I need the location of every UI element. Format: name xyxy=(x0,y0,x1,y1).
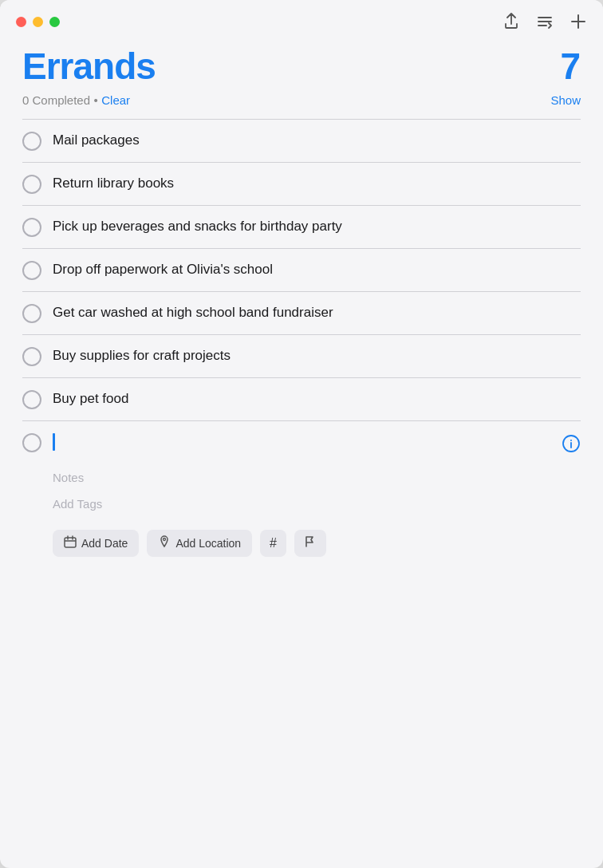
svg-rect-8 xyxy=(65,538,76,547)
app-window: Errands 7 0 Completed • Clear Show Mail … xyxy=(0,0,603,868)
task-checkbox-6[interactable] xyxy=(22,347,41,366)
info-icon[interactable] xyxy=(562,434,581,458)
page-title: Errands xyxy=(22,46,156,87)
task-label-6: Buy supplies for craft projects xyxy=(53,346,581,365)
task-item: Buy pet food xyxy=(22,378,581,421)
task-item: Drop off paperwork at Olivia's school xyxy=(22,249,581,292)
hashtag-label: # xyxy=(270,536,277,550)
task-item: Return library books xyxy=(22,163,581,206)
completed-count: 0 Completed xyxy=(22,93,90,107)
task-item: Mail packages xyxy=(22,120,581,163)
share-icon[interactable] xyxy=(503,13,520,30)
task-item: Get car washed at high school band fundr… xyxy=(22,292,581,335)
list-reorder-icon[interactable] xyxy=(536,13,554,30)
show-button[interactable]: Show xyxy=(550,93,581,107)
new-task-input-area xyxy=(53,432,550,452)
maximize-button[interactable] xyxy=(49,17,60,27)
completed-row: 0 Completed • Clear Show xyxy=(22,93,581,108)
new-task-row xyxy=(22,432,581,458)
action-buttons: Add Date Add Location # xyxy=(53,530,326,557)
task-checkbox-4[interactable] xyxy=(22,261,41,280)
bullet-separator: • xyxy=(94,93,98,107)
new-task-item: Notes Add Tags Add Date xyxy=(22,421,581,568)
traffic-lights xyxy=(16,17,60,27)
close-button[interactable] xyxy=(16,17,26,27)
add-date-label: Add Date xyxy=(81,537,128,550)
task-label-2: Return library books xyxy=(53,174,581,193)
task-checkbox-3[interactable] xyxy=(22,218,41,237)
task-checkbox-5[interactable] xyxy=(22,304,41,323)
task-list: Mail packages Return library books Pick … xyxy=(22,120,581,568)
task-label-4: Drop off paperwork at Olivia's school xyxy=(53,260,581,279)
add-icon[interactable] xyxy=(570,13,587,30)
task-count: 7 xyxy=(560,46,581,87)
minimize-button[interactable] xyxy=(33,17,43,27)
add-location-label: Add Location xyxy=(175,537,241,550)
task-checkbox-1[interactable] xyxy=(22,132,41,151)
clear-button[interactable]: Clear xyxy=(101,93,130,107)
calendar-icon xyxy=(64,535,77,550)
content-area: Errands 7 0 Completed • Clear Show Mail … xyxy=(0,30,603,868)
add-date-button[interactable]: Add Date xyxy=(53,530,139,557)
completed-info: 0 Completed • Clear xyxy=(22,93,130,108)
toolbar-icons xyxy=(503,13,587,30)
flag-icon xyxy=(304,535,317,551)
flag-button[interactable] xyxy=(294,530,326,557)
location-icon xyxy=(158,535,171,550)
add-location-button[interactable]: Add Location xyxy=(147,530,252,557)
hashtag-button[interactable]: # xyxy=(260,530,286,557)
task-label-7: Buy pet food xyxy=(53,389,581,408)
task-label-1: Mail packages xyxy=(53,131,581,150)
task-checkbox-7[interactable] xyxy=(22,390,41,409)
text-cursor xyxy=(53,433,55,451)
svg-point-7 xyxy=(570,440,572,441)
title-bar xyxy=(0,0,603,30)
task-cursor-line[interactable] xyxy=(53,432,550,452)
task-label-5: Get car washed at high school band fundr… xyxy=(53,303,581,322)
task-label-3: Pick up beverages and snacks for birthda… xyxy=(53,217,581,236)
task-checkbox-2[interactable] xyxy=(22,175,41,194)
new-task-checkbox[interactable] xyxy=(22,433,41,452)
task-item: Buy supplies for craft projects xyxy=(22,335,581,378)
header-row: Errands 7 xyxy=(22,46,581,87)
task-item: Pick up beverages and snacks for birthda… xyxy=(22,206,581,249)
notes-placeholder: Notes xyxy=(53,471,84,484)
tags-placeholder: Add Tags xyxy=(53,497,102,511)
svg-point-12 xyxy=(164,539,166,541)
